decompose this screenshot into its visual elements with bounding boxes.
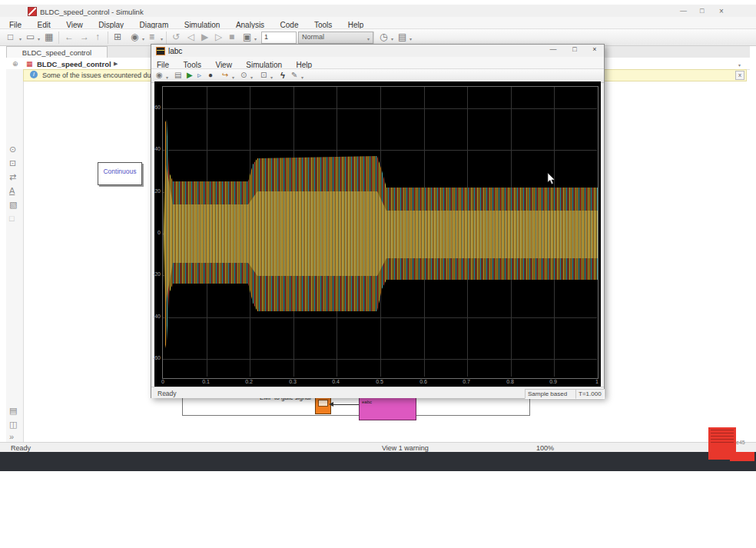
scope-titlebar[interactable]: labc — □ × [151, 45, 604, 57]
x-tick-05: 0.5 [376, 379, 383, 384]
palette-box-icon[interactable]: □ [9, 214, 15, 223]
y-tick-n20: -20 [151, 271, 161, 277]
scope-app-icon [156, 47, 165, 55]
scope-step-icon[interactable]: ▹ [197, 71, 201, 79]
scope-autoscale-icon[interactable]: ⊡ [260, 71, 267, 79]
breadcrumb-expand-icon[interactable]: ⊕ [12, 60, 18, 68]
open-icon[interactable]: ▭ [26, 32, 35, 42]
new-caret-icon[interactable]: ▾ [19, 36, 22, 42]
wire-arrowhead [329, 402, 333, 407]
y-tick-n40: -40 [151, 314, 161, 319]
scope-stop-icon[interactable]: ● [208, 71, 213, 79]
scope-wand-icon[interactable]: ↪ [222, 71, 228, 79]
build-icon[interactable]: ▤ [398, 32, 406, 42]
model-config-icon[interactable]: ◉ [131, 32, 138, 42]
info-icon: i [30, 71, 38, 78]
x-tick-08: 0.8 [506, 379, 514, 384]
scope-zoom-caret-icon[interactable]: ▾ [250, 75, 253, 80]
sim-mode-dropdown[interactable]: Normal▾ [298, 32, 373, 44]
step-back-icon[interactable]: ◁ [187, 32, 194, 42]
scope-window[interactable]: labc — □ × File Tools View Simulation He… [151, 44, 605, 398]
palette-annotation-icon[interactable]: A [9, 186, 15, 195]
build-caret-icon[interactable]: ▾ [410, 36, 412, 42]
palette-subsystem-icon[interactable]: ◫ [9, 420, 17, 430]
scope-config-icon[interactable]: ◉ [156, 71, 163, 79]
x-tick-02: 0.2 [245, 379, 253, 384]
close-icon[interactable]: × [719, 7, 724, 15]
simulink-app-icon [28, 7, 37, 16]
open-caret-icon[interactable]: ▾ [38, 36, 40, 42]
step-forward-icon[interactable]: ▷ [215, 32, 222, 42]
x-tick-04: 0.4 [332, 379, 340, 384]
y-tick-60: 60 [151, 105, 161, 110]
sim-mode-value: Normal [302, 33, 324, 41]
scope-run-icon[interactable]: ▶ [187, 71, 193, 79]
breadcrumb-sep-icon: ▶ [114, 61, 118, 67]
scope-status-sample: Sample based [525, 389, 577, 399]
palette-fit-icon[interactable]: ⊡ [9, 158, 16, 168]
status-ready: Ready [11, 444, 31, 452]
scope-zoom-icon[interactable]: ⊙ [240, 71, 247, 79]
minimize-icon[interactable]: — [680, 7, 687, 15]
config-caret-icon[interactable]: ▾ [142, 36, 144, 42]
status-warning-link[interactable]: View 1 warning [382, 444, 429, 452]
youtube-panel: speed control of bldc motor MATLAB ASSIG… [0, 471, 756, 548]
scope-brush-icon[interactable]: ✎ [291, 71, 297, 79]
palette-zoom-icon[interactable]: ⊙ [9, 144, 16, 154]
simulink-menubar: File Edit View Display Diagram Simulatio… [0, 17, 756, 28]
snapshot-icon[interactable]: ▣ [243, 32, 251, 42]
sim-stop-time-field[interactable]: 1 [261, 32, 297, 44]
x-tick-0: 0 [161, 379, 164, 384]
scope-statusbar: Ready Sample based T=1.000 [151, 387, 604, 398]
scope-autoscale-caret-icon[interactable]: ▾ [270, 75, 273, 80]
palette-image-icon[interactable]: ▧ [9, 200, 17, 210]
channel-watermark-patch [730, 452, 754, 461]
scope-wand-caret-icon[interactable]: ▾ [232, 75, 234, 80]
snapshot-caret-icon[interactable]: ▾ [254, 36, 257, 42]
x-tick-01: 0.1 [202, 379, 210, 384]
stop-icon[interactable]: ■ [229, 32, 234, 42]
maximize-icon[interactable]: □ [700, 7, 704, 15]
breadcrumb-options-icon[interactable]: ▾ [738, 62, 741, 68]
x-tick-06: 0.6 [419, 379, 427, 384]
warning-close-icon[interactable]: x [735, 71, 744, 80]
palette-route-icon[interactable]: ⇄ [9, 172, 16, 182]
library-browser-icon[interactable]: ⊞ [114, 32, 121, 42]
powergui-block[interactable]: Continuous [98, 162, 142, 185]
y-tick-n60: -60 [151, 355, 161, 360]
back-icon[interactable]: ← [65, 32, 74, 42]
scope-maximize-icon[interactable]: □ [566, 45, 583, 56]
scope-config-caret-icon[interactable]: ▾ [166, 75, 168, 80]
clipped-block-text: e45 [736, 440, 745, 445]
x-tick-07: 0.7 [463, 379, 470, 384]
scope-trigger-icon[interactable]: ϟ [280, 71, 285, 80]
scope-menubar: File Tools View Simulation Help [151, 57, 604, 68]
y-tick-20: 20 [151, 188, 161, 194]
up-icon[interactable]: ↑ [95, 32, 100, 42]
taskbar: Type here to search e ⊞ ✉ µ M ∧ ▭ ☁ ◁) E… [0, 452, 756, 471]
scope-status-time: T=1.000 [575, 389, 605, 399]
window-title: BLDC_speed_control - Simulink [40, 8, 144, 16]
status-zoom-level: 100% [536, 444, 554, 452]
save-icon[interactable]: ▦ [45, 32, 53, 42]
scope-close-icon[interactable]: × [586, 45, 603, 56]
new-model-icon[interactable]: □ [8, 32, 13, 42]
palette-more-icon[interactable]: » [9, 432, 14, 441]
palette-viewer-icon[interactable]: ▤ [9, 406, 17, 416]
scope-brush-caret-icon[interactable]: ▾ [301, 75, 303, 80]
scope-minimize-icon[interactable]: — [545, 45, 562, 56]
clock-caret-icon[interactable]: ▾ [391, 36, 393, 42]
forward-icon[interactable]: → [80, 32, 89, 42]
list-caret-icon[interactable]: ▾ [161, 36, 163, 42]
scope-print-icon[interactable]: ▤ [174, 71, 181, 79]
x-tick-1: 1 [595, 379, 598, 384]
mode-caret-icon: ▾ [367, 36, 370, 42]
model-glyph-icon: ▦ [26, 60, 33, 68]
run-icon[interactable]: ▶ [201, 32, 208, 42]
undo-sim-icon[interactable]: ↺ [172, 32, 180, 42]
list-icon[interactable]: ≡ [149, 32, 154, 42]
breadcrumb[interactable]: BLDC_speed_control [37, 60, 111, 68]
clock-icon[interactable]: ◷ [380, 32, 387, 42]
scope-plot [162, 86, 598, 379]
simulink-statusbar: Ready View 1 warning 100% [0, 442, 756, 453]
